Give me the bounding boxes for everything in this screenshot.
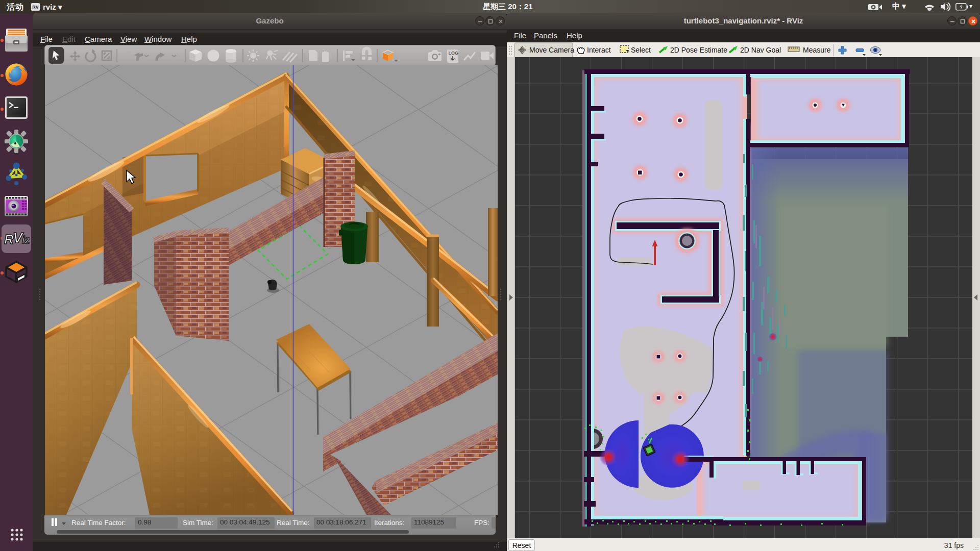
svg-text:LOG: LOG (449, 51, 459, 56)
svg-text:Move Camera: Move Camera (529, 46, 574, 54)
svg-text:Interact: Interact (587, 46, 611, 54)
svg-text:Select: Select (631, 46, 651, 54)
svg-text:RV: RV (32, 5, 38, 10)
svg-text:Measure: Measure (803, 46, 831, 54)
svg-text:2D Nav Goal: 2D Nav Goal (740, 46, 781, 54)
svg-text:iz: iz (22, 234, 30, 245)
svg-text:2D Pose Estimate: 2D Pose Estimate (670, 46, 727, 54)
